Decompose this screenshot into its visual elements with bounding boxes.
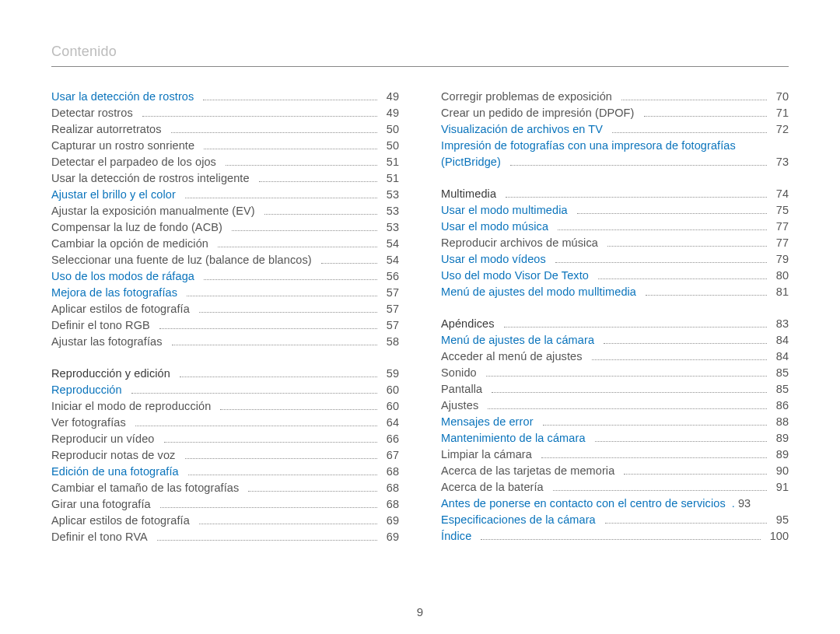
toc-entry[interactable]: Usar la detección de rostros 49 [51, 89, 399, 105]
toc-entry-label: Limpiar la cámara [441, 447, 532, 463]
toc-entry: Cambiar la opción de medición 54 [51, 236, 399, 252]
toc-entry-label: Impresión de fotografías con una impreso… [441, 138, 736, 154]
toc-leader-dots [607, 246, 767, 247]
toc-spacer [441, 170, 789, 186]
toc-entry-label: Ajustar las fotografías [51, 334, 163, 350]
toc-entry-page: 71 [776, 105, 789, 121]
toc-entry[interactable]: Uso del modo Visor De Texto 80 [441, 268, 789, 284]
toc-entry[interactable]: Especificaciones de la cámara 95 [441, 512, 789, 528]
toc-entry: Aplicar estilos de fotografía 69 [51, 513, 399, 529]
toc-entry[interactable]: (PictBridge) 73 [441, 154, 789, 170]
toc-entry-label: Aplicar estilos de fotografía [51, 301, 190, 317]
toc-entry: Capturar un rostro sonriente 50 [51, 138, 399, 154]
toc-entry-page: 60 [387, 398, 399, 415]
toc-entry: Definir el tono RGB 57 [51, 317, 399, 334]
toc-entry-page: 75 [776, 202, 789, 219]
toc-entry-page: 70 [776, 89, 789, 105]
toc-entry-label: Aplicar estilos de fotografía [51, 513, 190, 529]
toc-entry-label: Reproducción y edición [51, 366, 170, 382]
toc-entry[interactable]: Mejora de las fotografías 57 [51, 285, 399, 301]
toc-entry[interactable]: Uso de los modos de ráfaga 56 [51, 268, 399, 285]
toc-leader-dots [488, 408, 766, 409]
toc-entry[interactable]: Impresión de fotografías con una impreso… [441, 138, 789, 154]
toc-leader-dots [595, 441, 767, 442]
toc-leader-dots [159, 328, 377, 329]
toc-entry-label: Ajustes [441, 398, 478, 414]
toc-leader-dots [259, 181, 377, 182]
toc-entry[interactable]: Visualización de archivos en TV 72 [441, 121, 789, 138]
toc-entry-label: Reproducción [51, 382, 122, 398]
toc-leader-dots [624, 474, 766, 475]
toc-entry: Usar la detección de rostros inteligente… [51, 170, 399, 187]
toc-entry: Detectar rostros 49 [51, 105, 399, 121]
toc-entry-label: Corregir problemas de exposición [441, 89, 612, 105]
toc-leader-dots [157, 540, 377, 541]
toc-leader-dots [135, 426, 377, 426]
toc-entry: Aplicar estilos de fotografía 57 [51, 301, 399, 317]
toc-entry-page: 74 [776, 186, 789, 202]
toc-entry-label: Menú de ajustes de la cámara [441, 332, 594, 349]
toc-entry-label: Mantenimiento de la cámara [441, 430, 586, 447]
toc-entry-page: 67 [387, 447, 399, 464]
toc-leader-dots [644, 116, 767, 117]
toc-entry-label: Reproducir un vídeo [51, 431, 154, 447]
toc-entry: Reproducir un vídeo 66 [51, 431, 399, 447]
toc-entry-page: 57 [387, 285, 399, 301]
toc-entry[interactable]: Índice 100 [441, 528, 789, 545]
toc-entry[interactable]: Mantenimiento de la cámara 89 [441, 430, 789, 447]
toc-leader-dots [558, 229, 767, 230]
toc-leader-dots [605, 523, 767, 524]
toc-leader-dots [188, 475, 377, 475]
toc-entry: Crear un pedido de impresión (DPOF) 71 [441, 105, 789, 121]
toc-entry[interactable]: Reproducción 60 [51, 382, 399, 398]
toc-entry-page: 93 [738, 496, 751, 512]
toc-entry: Girar una fotografía 68 [51, 496, 399, 513]
toc-entry-label: Cambiar la opción de medición [51, 236, 208, 252]
toc-column-right: Corregir problemas de exposición 70Crear… [441, 89, 789, 545]
toc-leader-dots [492, 392, 767, 393]
toc-leader-dots [164, 442, 377, 443]
toc-entry: Reproducir archivos de música 77 [441, 235, 789, 251]
toc-entry-label: Crear un pedido de impresión (DPOF) [441, 105, 635, 121]
toc-spacer [51, 350, 399, 366]
toc-entry-page: 68 [387, 464, 399, 480]
toc-entry[interactable]: Menú de ajustes del modo mulltimedia 81 [441, 284, 789, 300]
toc-entry: Limpiar la cámara 89 [441, 447, 789, 463]
toc-entry-label: Ajustar la exposición manualmente (EV) [51, 203, 255, 219]
toc-entry-page: 84 [776, 349, 789, 365]
toc-leader-dots [199, 524, 377, 524]
toc-entry-label: Multimedia [441, 186, 496, 202]
toc-entry[interactable]: Edición de una fotografía 68 [51, 464, 399, 480]
toc-entry: Seleccionar una fuente de luz (balance d… [51, 252, 399, 268]
toc-leader-dots [187, 296, 377, 296]
toc-entry[interactable]: Antes de ponerse en contacto con el cent… [441, 496, 789, 512]
toc-entry-page: 89 [776, 430, 789, 447]
toc-entry[interactable]: Usar el modo vídeos 79 [441, 251, 789, 268]
toc-entry[interactable]: Menú de ajustes de la cámara 84 [441, 332, 789, 349]
toc-entry[interactable]: Usar el modo multimedia 75 [441, 202, 789, 219]
toc-entry[interactable]: Mensajes de error 88 [441, 414, 789, 430]
toc-leader-dots [555, 262, 767, 263]
toc-entry-page: 91 [776, 479, 789, 496]
toc-entry-label: Seleccionar una fuente de luz (balance d… [51, 252, 312, 268]
toc-entry: Iniciar el modo de reproducción 60 [51, 398, 399, 415]
toc-entry-label: Índice [441, 528, 471, 545]
toc-entry: Acceder al menú de ajustes 84 [441, 349, 789, 365]
toc-entry-page: 50 [387, 138, 399, 154]
toc-entry[interactable]: Ajustar el brillo y el color 53 [51, 187, 399, 203]
toc-leader-dots [204, 149, 377, 149]
toc-entry-page: 77 [776, 219, 789, 235]
toc-entry-page: 51 [387, 170, 399, 187]
toc-leader-dots [621, 100, 767, 100]
toc-entry: Ajustar las fotografías 58 [51, 334, 399, 350]
toc-leader-dots [232, 230, 377, 231]
toc-entry: Ver fotografías 64 [51, 415, 399, 431]
toc-entry-page: 53 [387, 187, 399, 203]
toc-entry-label: Mensajes de error [441, 414, 534, 430]
toc-entry-label: Reproducir archivos de música [441, 235, 598, 251]
toc-leader-dots [218, 247, 377, 247]
toc-entry-page: 73 [776, 154, 789, 170]
toc-entry-page: 49 [387, 105, 399, 121]
toc-entry: Cambiar el tamaño de las fotografías 68 [51, 480, 399, 496]
toc-entry[interactable]: Usar el modo música 77 [441, 219, 789, 235]
